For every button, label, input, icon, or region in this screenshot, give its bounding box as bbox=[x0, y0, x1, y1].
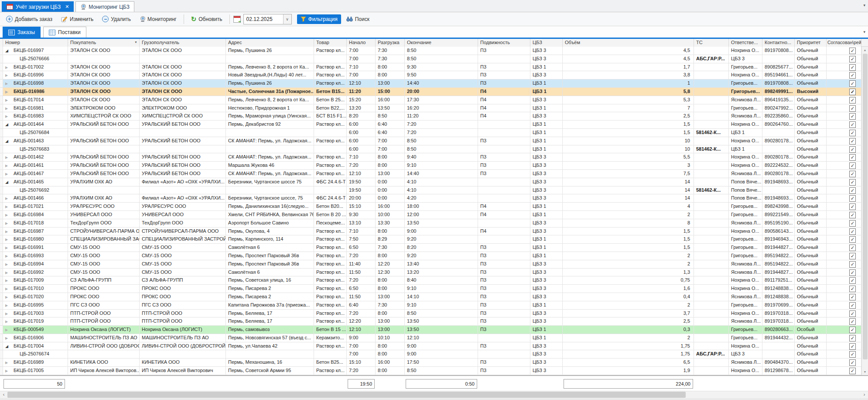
column-header-consignee[interactable]: Грузополучатель bbox=[140, 39, 226, 47]
approved-checkbox[interactable]: ✓ bbox=[849, 335, 856, 341]
cell-approved[interactable]: ✓ bbox=[827, 244, 861, 252]
table-row[interactable]: ◢БКЦБ-017004ЛИВИН-СТРОЙ ООО (ДОБРОС...ЛИ… bbox=[0, 342, 861, 351]
cell-approved[interactable]: ✓ bbox=[827, 153, 861, 161]
column-header-approved[interactable]: Согласован\рейс bbox=[827, 39, 861, 47]
tab-deliveries[interactable]: Поставки bbox=[43, 27, 86, 38]
expand-icon[interactable]: ▶ bbox=[5, 228, 14, 235]
table-row[interactable]: ▶АКЦБ-001462УРАЛЬСКИЙ БЕТОН ОООУРАЛЬСКИЙ… bbox=[0, 153, 861, 162]
tab-orders[interactable]: Заказы bbox=[3, 27, 41, 38]
expand-icon[interactable]: ▶ bbox=[5, 72, 14, 79]
cell-approved[interactable]: ✓ bbox=[827, 301, 861, 309]
search-button[interactable]: Поиск bbox=[343, 14, 373, 24]
expand-icon[interactable]: ▶ bbox=[5, 64, 14, 71]
table-row[interactable]: ◢БКЦБ-016997ЭТАЛОН СК ОООЭТАЛОН СК ОООПе… bbox=[0, 47, 861, 55]
expand-icon[interactable]: ▶ bbox=[5, 154, 14, 161]
column-header-contact[interactable]: Контактно... bbox=[762, 39, 795, 47]
refresh-button[interactable]: ↻ Обновить bbox=[188, 14, 226, 24]
approved-checkbox[interactable]: ✓ bbox=[849, 368, 856, 374]
edit-button[interactable]: Изменить bbox=[58, 14, 97, 24]
column-header-start[interactable]: Начало bbox=[347, 39, 376, 47]
table-row[interactable]: ◢АКЦБ-001463УРАЛЬСКИЙ БЕТОН ОООУРАЛЬСКИЙ… bbox=[0, 137, 861, 145]
cell-approved[interactable]: ✓ bbox=[827, 170, 861, 178]
cell-approved[interactable]: ✓ bbox=[827, 317, 861, 325]
collapse-icon[interactable]: ◢ bbox=[5, 121, 14, 128]
monitoring-button[interactable]: Мониторинг bbox=[136, 14, 180, 24]
cell-approved[interactable]: ✓ bbox=[827, 47, 861, 55]
horizontal-scrollbar[interactable]: ‹ › bbox=[0, 391, 868, 398]
collapse-icon[interactable]: ◢ bbox=[5, 343, 14, 350]
expand-icon[interactable]: ▶ bbox=[5, 113, 14, 120]
cell-approved[interactable]: ✓ bbox=[827, 235, 861, 243]
approved-checkbox[interactable]: ✓ bbox=[849, 130, 856, 136]
cell-approved[interactable]: ✓ bbox=[827, 350, 861, 358]
table-row[interactable]: ЦБ-250766747:008:009:00ЦБЗ 31,75АБС,ГАР:… bbox=[0, 350, 861, 359]
approved-checkbox[interactable]: ✓ bbox=[849, 253, 856, 259]
expand-icon[interactable]: ▶ bbox=[5, 334, 14, 342]
column-header-cbz[interactable]: ЦБЗ bbox=[530, 39, 563, 47]
column-header-resp[interactable]: Ответстве... bbox=[729, 39, 762, 47]
cell-approved[interactable]: ✓ bbox=[827, 129, 861, 137]
expand-icon[interactable]: ▶ bbox=[5, 326, 14, 334]
table-row[interactable]: ▶БКЦБ-017020ПРОКС ОООПРОКС ОООПермь, Пис… bbox=[0, 293, 861, 301]
table-row[interactable]: ▶БКЦБ-016991СМУ-15 ОООСМУ-15 ОООСамолётн… bbox=[0, 244, 861, 252]
date-editor[interactable]: 02.12.2025 ∨ bbox=[243, 14, 292, 24]
approved-checkbox[interactable]: ✓ bbox=[849, 105, 856, 112]
table-row[interactable]: ▶БКЦБ-017002ЭТАЛОН СК ОООЭТАЛОН СК ОООПе… bbox=[0, 63, 861, 72]
cell-approved[interactable]: ✓ bbox=[827, 293, 861, 301]
table-row[interactable]: ▶БКЦБ-016993СМУ-15 ОООСМУ-15 ОООПермь, П… bbox=[0, 252, 861, 260]
table-row[interactable]: ▶БКЦБ-016994СМУ-15 ОООСМУ-15 ОООПермь, П… bbox=[0, 260, 861, 269]
approved-checkbox[interactable]: ✓ bbox=[849, 154, 856, 161]
expand-icon[interactable]: ▶ bbox=[5, 236, 14, 243]
approved-checkbox[interactable]: ✓ bbox=[849, 97, 856, 103]
approved-checkbox[interactable]: ✓ bbox=[849, 72, 856, 79]
scroll-left-icon[interactable]: ‹ bbox=[0, 391, 7, 398]
approved-checkbox[interactable]: ✓ bbox=[849, 162, 856, 169]
expand-icon[interactable]: ▶ bbox=[5, 195, 14, 202]
cell-approved[interactable]: ✓ bbox=[827, 137, 861, 145]
calendar-icon[interactable] bbox=[233, 16, 241, 23]
column-header-mobility[interactable]: Подвижность bbox=[478, 39, 530, 47]
close-tab-icon[interactable]: ✕ bbox=[65, 4, 69, 10]
approved-checkbox[interactable]: ✓ bbox=[849, 121, 856, 128]
column-header-ts[interactable]: ТС bbox=[694, 39, 729, 47]
table-row[interactable]: ЦБ-250766836:007:008:50ЦБЗ 110581462-К..… bbox=[0, 145, 861, 154]
cell-approved[interactable]: ✓ bbox=[827, 219, 861, 227]
filter-icon[interactable]: ▼ bbox=[134, 41, 137, 44]
tabbar-overflow-icon[interactable]: ▾ bbox=[863, 3, 865, 7]
cell-approved[interactable]: ✓ bbox=[827, 228, 861, 235]
cell-approved[interactable]: ✓ bbox=[827, 63, 861, 71]
tab-uchet-zagruzki-cbz[interactable]: Учёт загрузки ЦБЗ ✕ bbox=[2, 1, 74, 12]
column-header-addr[interactable]: Адрес bbox=[226, 39, 314, 47]
table-row[interactable]: ▶БКЦБ-016996ЭТАЛОН СК ОООЭТАЛОН СК ОООНо… bbox=[0, 71, 861, 79]
cell-approved[interactable]: ✓ bbox=[827, 55, 861, 63]
cell-approved[interactable]: ✓ bbox=[827, 326, 861, 334]
scroll-right-icon[interactable]: › bbox=[861, 391, 868, 398]
table-row[interactable]: ЦБ-250766667:007:308:50ЦБЗ 34,5АБС,ГАР:Р… bbox=[0, 55, 861, 63]
column-header-num[interactable]: Номер bbox=[3, 39, 68, 47]
table-row[interactable]: ▶БКЦБ-017005ИП Чирков Алексей Викторов..… bbox=[0, 367, 861, 375]
approved-checkbox[interactable]: ✓ bbox=[849, 294, 856, 300]
column-header-product[interactable]: Товар bbox=[314, 39, 347, 47]
table-row[interactable]: ▶БКЦБ-016992СМУ-15 ОООСМУ-15 ОООСамолётн… bbox=[0, 269, 861, 277]
cell-approved[interactable]: ✓ bbox=[827, 112, 861, 120]
approved-checkbox[interactable]: ✓ bbox=[849, 146, 856, 153]
expand-icon[interactable]: ▶ bbox=[5, 220, 14, 227]
cell-approved[interactable]: ✓ bbox=[827, 162, 861, 169]
cell-approved[interactable]: ✓ bbox=[827, 252, 861, 260]
cell-approved[interactable]: ✓ bbox=[827, 186, 861, 194]
cell-approved[interactable]: ✓ bbox=[827, 79, 861, 87]
cell-approved[interactable]: ✓ bbox=[827, 334, 861, 342]
table-row[interactable]: ▶БКЦБ-017019ПТП-СТРОЙ ОООПТП-СТРОЙ ОООПе… bbox=[0, 317, 861, 326]
collapse-icon[interactable]: ◢ bbox=[5, 138, 14, 145]
expand-icon[interactable]: ▶ bbox=[5, 285, 14, 293]
expand-icon[interactable]: ▶ bbox=[5, 302, 14, 309]
cell-approved[interactable]: ✓ bbox=[827, 269, 861, 276]
expand-icon[interactable]: ▶ bbox=[5, 359, 14, 366]
expand-icon[interactable]: ▶ bbox=[5, 88, 14, 96]
vertical-scrollbar[interactable]: ▲ ▼ bbox=[861, 47, 868, 375]
approved-checkbox[interactable]: ✓ bbox=[849, 56, 856, 62]
table-row[interactable]: ▶КБЦБ-000549Нохрина Оксана (ЛОГИСТ)Нохри… bbox=[0, 326, 861, 334]
table-row[interactable]: ▶АКЦБ-001466УРАЛХИМ ОХК АОФилиал «Азот» … bbox=[0, 194, 861, 203]
expand-icon[interactable]: ▶ bbox=[5, 310, 14, 317]
approved-checkbox[interactable]: ✓ bbox=[849, 212, 856, 218]
